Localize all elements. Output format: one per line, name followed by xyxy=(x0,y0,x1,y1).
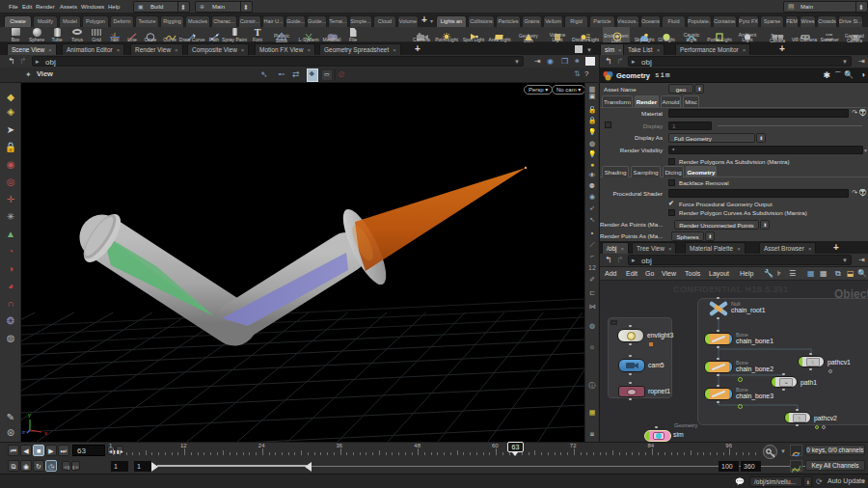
svg-text:y: y xyxy=(28,412,31,418)
svg-text:x: x xyxy=(44,430,47,436)
svg-text:z: z xyxy=(22,429,25,435)
